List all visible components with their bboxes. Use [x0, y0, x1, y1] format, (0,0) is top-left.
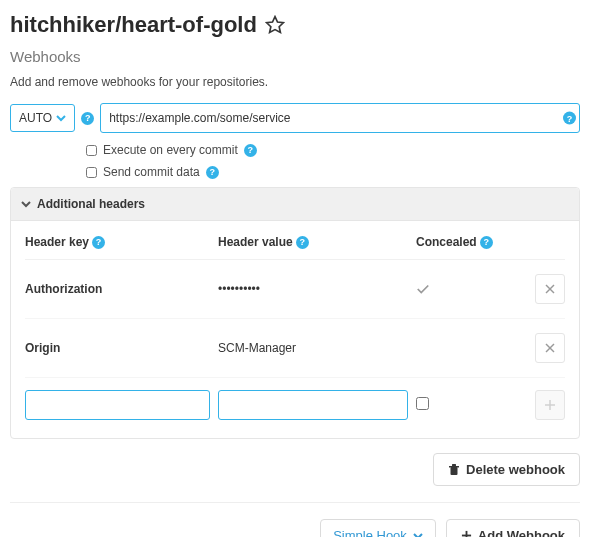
chevron-down-icon	[413, 531, 423, 538]
new-header-key-input[interactable]	[25, 390, 210, 420]
add-webhook-button[interactable]: Add Webhook	[446, 519, 580, 537]
close-icon	[545, 343, 555, 353]
delete-webhook-button[interactable]: Delete webhook	[433, 453, 580, 486]
send-commit-help-icon[interactable]: ?	[206, 166, 219, 179]
divider	[10, 502, 580, 503]
remove-header-button[interactable]	[535, 274, 565, 304]
check-icon	[416, 282, 430, 296]
header-value-help-icon[interactable]: ?	[296, 236, 309, 249]
header-key-help-icon[interactable]: ?	[92, 236, 105, 249]
star-icon[interactable]	[265, 15, 285, 35]
svg-rect-8	[451, 467, 458, 475]
svg-marker-0	[267, 17, 284, 33]
chevron-down-icon	[56, 113, 66, 123]
plus-icon	[544, 399, 556, 411]
send-commit-checkbox[interactable]	[86, 167, 97, 178]
url-input[interactable]	[100, 103, 580, 133]
section-description: Add and remove webhooks for your reposit…	[10, 75, 580, 89]
every-commit-help-icon[interactable]: ?	[244, 144, 257, 157]
additional-headers-toggle[interactable]: Additional headers	[11, 188, 579, 221]
add-webhook-label: Add Webhook	[478, 528, 565, 537]
method-select[interactable]: AUTO	[10, 104, 75, 132]
header-key-cell: Authorization	[25, 282, 210, 296]
header-value-cell: SCM-Manager	[218, 341, 408, 355]
every-commit-checkbox[interactable]	[86, 145, 97, 156]
hook-type-value: Simple Hook	[333, 528, 407, 537]
remove-header-button[interactable]	[535, 333, 565, 363]
header-concealed-col: Concealed	[416, 235, 477, 249]
method-help-icon[interactable]: ?	[81, 112, 94, 125]
new-header-concealed-checkbox[interactable]	[416, 397, 429, 410]
send-commit-label: Send commit data	[103, 165, 200, 179]
every-commit-label: Execute on every commit	[103, 143, 238, 157]
header-concealed-help-icon[interactable]: ?	[480, 236, 493, 249]
additional-headers-title: Additional headers	[37, 197, 145, 211]
page-title: hitchhiker/heart-of-gold	[10, 12, 257, 38]
table-row: Origin SCM-Manager	[25, 319, 565, 378]
url-help-icon[interactable]: ?	[563, 112, 576, 125]
table-row: Authorization ••••••••••	[25, 260, 565, 319]
chevron-down-icon	[21, 199, 31, 209]
trash-icon	[448, 463, 460, 476]
plus-icon	[461, 530, 472, 537]
hook-type-select[interactable]: Simple Hook	[320, 519, 436, 537]
svg-rect-9	[452, 464, 456, 466]
header-value-cell: ••••••••••	[218, 282, 408, 296]
delete-webhook-label: Delete webhook	[466, 462, 565, 477]
add-header-button[interactable]	[535, 390, 565, 420]
header-value-col: Header value	[218, 235, 293, 249]
method-select-value: AUTO	[19, 111, 52, 125]
section-subtitle: Webhooks	[10, 48, 580, 65]
close-icon	[545, 284, 555, 294]
new-header-value-input[interactable]	[218, 390, 408, 420]
header-key-col: Header key	[25, 235, 89, 249]
header-key-cell: Origin	[25, 341, 210, 355]
